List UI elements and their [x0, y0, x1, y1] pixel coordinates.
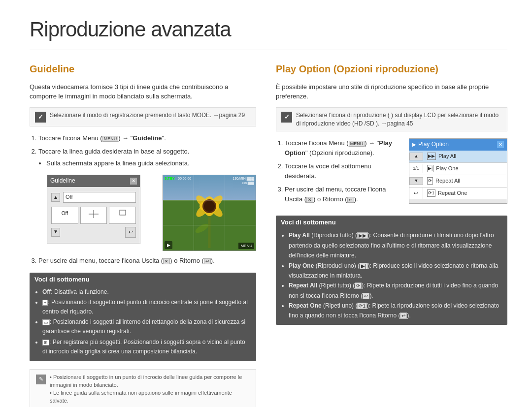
- left-note-box: ✓ Selezionare il modo di registrazione p…: [30, 107, 256, 126]
- guideline-close-btn[interactable]: ✕: [130, 178, 137, 185]
- left-voci-item-0: Off: Disattiva la funzione.: [42, 287, 251, 297]
- page-number: 68: [25, 405, 33, 407]
- page-title: Riproduzione avanzata: [30, 15, 507, 50]
- cam-menu-btn: MENU: [238, 243, 254, 250]
- right-section-title: Play Option (Opzioni riproduzione): [276, 62, 507, 76]
- grid-rect[interactable]: [109, 207, 136, 224]
- svg-point-12: [194, 222, 210, 234]
- right-voci-repeat-all: Repeat All (Ripeti tutto) (⟳): Ripete la…: [289, 281, 502, 301]
- cam-info: 999 ▓▓▓: [242, 181, 254, 186]
- play-option-ui-title: Play Option: [418, 140, 449, 149]
- menu-icon-badge-r: MENU: [349, 141, 365, 147]
- exit-icon: ✕: [163, 258, 170, 264]
- play-all-icon: ▶▶: [427, 153, 436, 160]
- return-badge-2: ↩: [400, 313, 407, 319]
- back-btn-cell: ↩: [409, 188, 423, 199]
- repeat-all-row[interactable]: ▼ ⟳ Repeat All: [409, 175, 507, 188]
- note-icon-right: ✓: [281, 112, 292, 123]
- bottom-note-1: • Posizionare il soggetto in un punto di…: [50, 374, 250, 389]
- left-voci-list: Off: Disattiva la funzione. +: Posiziona…: [34, 287, 251, 356]
- page-count: 1/1: [409, 164, 423, 173]
- bottom-note-2: • Le linee guida sulla schermata non app…: [50, 389, 250, 405]
- play-all-row[interactable]: ▲ ▶▶ Play All: [409, 151, 507, 163]
- left-voci-item-2: ▭: Posizionando i soggetti all'interno d…: [42, 317, 251, 336]
- repeat-one-icon: ⟳1: [427, 189, 435, 197]
- cam-stby: S.TBY: [165, 176, 175, 181]
- left-step3: Per uscire dal menu, toccare l'icona Usc…: [30, 256, 256, 266]
- cam-play-btn[interactable]: ▶: [165, 241, 172, 249]
- repeat-one-badge: ⟳1: [357, 303, 367, 309]
- sunflower: [190, 189, 229, 251]
- nav-down[interactable]: ▼: [409, 177, 423, 185]
- repeat-one-row[interactable]: ↩ ⟳1 Repeat One: [409, 188, 507, 199]
- left-section-title: Guideline: [30, 62, 256, 76]
- guideline-ui-panel: Guideline ✕ ▲ Off Off: [47, 175, 140, 244]
- right-column: Play Option (Opzioni riproduzione) È pos…: [276, 62, 507, 407]
- guideline-chevron-down[interactable]: ▼: [51, 228, 60, 237]
- guideline-back-btn[interactable]: ↩: [125, 227, 136, 238]
- left-voci-item-1: +: Posizionando il soggetto nel punto di…: [42, 298, 251, 316]
- repeat-all-badge: ⟳: [355, 282, 362, 289]
- left-voci-title: Voci di sottomenu: [34, 275, 251, 284]
- repeat-one-text: Repeat One: [438, 189, 467, 197]
- play-option-close-btn[interactable]: ✕: [497, 141, 504, 148]
- guideline-ui-title: Guideline: [50, 177, 75, 185]
- play-all-text: Play All: [438, 153, 456, 160]
- exit-icon-r: ✕: [306, 197, 313, 203]
- guideline-ui-title-bar: Guideline ✕: [47, 175, 140, 187]
- left-step-1: Toccare l'icona Menu (MENU) → "Guideline…: [38, 133, 256, 143]
- play-option-nav: ▲: [409, 153, 423, 160]
- svg-rect-2: [120, 210, 126, 215]
- left-step-2: Toccare la linea guida desiderata in bas…: [38, 147, 256, 168]
- left-step-3: Per uscire dal menu, toccare l'icona Usc…: [38, 256, 256, 266]
- right-note-box: ✓ Selezionare l'icona di riproduzione ( …: [276, 107, 507, 132]
- nav-up[interactable]: ▲: [409, 153, 423, 160]
- bottom-notes-icon: ✎: [36, 375, 46, 384]
- play-one-text: Play One: [436, 165, 458, 173]
- right-voci-box: Voci di sottomenu Play All (Riproduci tu…: [276, 216, 507, 324]
- play-option-ui-title-bar: ▶ Play Option ✕: [409, 139, 507, 150]
- grid-off[interactable]: Off: [51, 207, 78, 224]
- left-voci-item-3: ⊞: Per registrare più soggetti. Posizion…: [42, 338, 251, 356]
- left-step-2-sub: Sulla schermata appare la linea guida se…: [46, 158, 256, 168]
- right-steps-area: Toccare l'icona Menu (MENU) → "Play Opti…: [276, 138, 507, 211]
- play-all-label: ▶▶ Play All: [423, 151, 507, 162]
- guideline-chevron-up[interactable]: ▲: [51, 193, 60, 202]
- cam-time: 00:00:00: [178, 176, 191, 181]
- repeat-all-icon: ⟳: [427, 177, 433, 185]
- play-option-nav-down: ▼: [409, 177, 423, 185]
- play-one-row[interactable]: 1/1 ▶| Play One: [409, 163, 507, 175]
- repeat-all-label: ⟳ Repeat All: [423, 175, 507, 187]
- play-one-badge: ▶|: [360, 263, 368, 269]
- right-step-3: Per uscire dal menu, toccare l'icona Usc…: [285, 185, 403, 204]
- play-one-icon: ▶|: [427, 165, 433, 172]
- return-badge-1: ↩: [363, 293, 369, 299]
- right-intro: È possibile impostare uno stile di ripro…: [276, 82, 507, 101]
- right-step-1: Toccare l'icona Menu (MENU) → "Play Opti…: [285, 138, 403, 157]
- note-icon-left: ✓: [35, 112, 46, 123]
- right-voci-list: Play All (Riproduci tutto) (▶▶): Consent…: [281, 230, 502, 321]
- camera-preview: S.TBY 00:00:00 130/MIN ▓▓▓ 999 ▓▓▓ MENU …: [163, 175, 256, 251]
- bottom-notes-text: • Posizionare il soggetto in un punto di…: [50, 374, 250, 405]
- return-icon: ↩: [204, 258, 211, 264]
- grid-icon-sm: ⊞: [42, 340, 49, 345]
- guideline-option-off: Off: [63, 192, 136, 203]
- cross-icon-sm: +: [42, 300, 48, 306]
- back-btn-icon[interactable]: ↩: [414, 189, 418, 197]
- guideline-link: Guideline: [133, 134, 162, 142]
- play-option-title-group: ▶ Play Option: [412, 140, 449, 149]
- repeat-all-text: Repeat All: [435, 177, 460, 185]
- menu-icon-badge: MENU: [102, 136, 119, 142]
- svg-point-11: [204, 201, 215, 212]
- cam-bat: 130/MIN ▓▓▓: [233, 176, 254, 181]
- right-voci-play-one: Play One (Riproduci uno) (▶|): Riproduce…: [289, 261, 502, 281]
- grid-cross[interactable]: [80, 207, 107, 224]
- play-one-label: ▶| Play One: [423, 163, 507, 175]
- play-all-badge: ▶▶: [357, 232, 368, 239]
- right-steps: Toccare l'icona Menu (MENU) → "Play Opti…: [276, 138, 403, 211]
- right-voci-title: Voci di sottomenu: [281, 218, 502, 227]
- right-note-text: Selezionare l'icona di riproduzione ( ) …: [296, 111, 502, 128]
- guideline-ui-body: ▲ Off Off ▼: [47, 187, 140, 243]
- bottom-notes: ✎ • Posizionare il soggetto in un punto …: [30, 369, 256, 407]
- play-option-link: Play Option: [285, 139, 392, 157]
